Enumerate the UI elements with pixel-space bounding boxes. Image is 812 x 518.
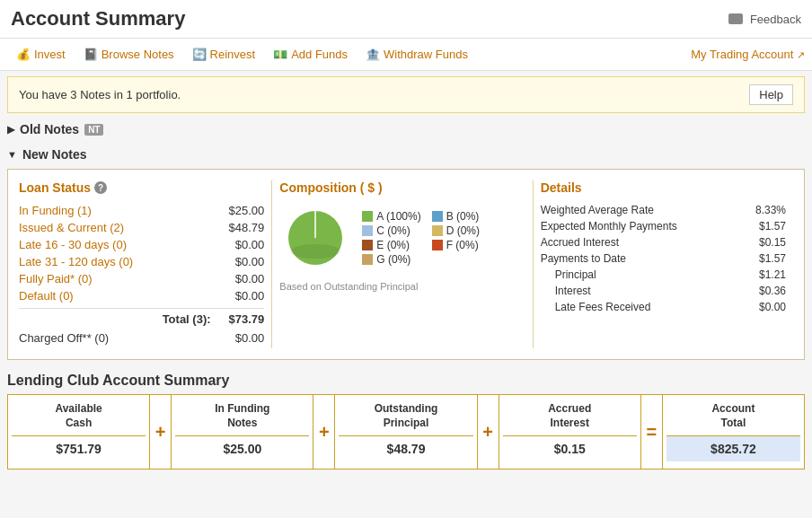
detail-value: $0.00 xyxy=(759,301,786,313)
old-notes-section: ▶ Old Notes NT xyxy=(7,119,805,140)
summary-label: AvailableCash xyxy=(12,402,146,430)
nav-reinvest[interactable]: 🔄 Reinvest xyxy=(183,44,265,65)
help-button[interactable]: Help xyxy=(749,84,793,105)
legend-label: A (100%) xyxy=(376,210,420,223)
book-icon: 📓 xyxy=(84,48,98,61)
legend-color xyxy=(362,254,373,265)
old-notes-toggle[interactable]: ▶ Old Notes NT xyxy=(7,119,805,140)
nav-add-funds[interactable]: 💵 Add Funds xyxy=(264,44,357,65)
detail-row: Payments to Date$1.57 xyxy=(541,250,786,267)
add-funds-icon: 💵 xyxy=(273,48,287,61)
legend-color xyxy=(362,240,373,250)
nav-invest[interactable]: 💰 Invest xyxy=(7,44,75,65)
summary-label: AccountTotal xyxy=(666,402,800,430)
feedback-icon xyxy=(728,13,743,24)
info-icon[interactable]: ? xyxy=(94,181,107,194)
loan-total: Total (3): $73.79 xyxy=(19,308,264,328)
detail-row: Interest$0.36 xyxy=(541,283,786,299)
based-on-text: Based on Outstanding Principal xyxy=(279,281,525,292)
main-card: Loan Status ? In Funding (1)$25.00Issued… xyxy=(7,169,805,360)
nav-withdraw-funds[interactable]: 🏦 Withdraw Funds xyxy=(357,44,477,65)
summary-operator-1: + xyxy=(313,395,335,469)
legend-item: A (100%) xyxy=(362,210,420,223)
detail-label: Weighted Average Rate xyxy=(541,204,654,216)
legend-item: D (0%) xyxy=(432,224,490,237)
legend-color xyxy=(432,211,443,222)
pie-chart xyxy=(279,202,351,274)
legend-item: F (0%) xyxy=(432,239,490,251)
composition-title: Composition ( $ ) xyxy=(279,180,525,195)
external-link-icon: ↗ xyxy=(797,49,805,60)
summary-cell-2: OutstandingPrincipal$48.79 xyxy=(335,395,477,469)
detail-label: Principal xyxy=(555,268,596,281)
page-title: Account Summary xyxy=(11,7,185,31)
detail-row: Weighted Average Rate8.33% xyxy=(541,202,786,218)
feedback-button[interactable]: Feedback xyxy=(728,13,801,26)
loan-status-col: Loan Status ? In Funding (1)$25.00Issued… xyxy=(19,180,272,348)
detail-value: $1.57 xyxy=(759,220,786,233)
loan-amount: $0.00 xyxy=(235,289,265,303)
banner-text: You have 3 Notes in 1 portfolio. xyxy=(19,88,181,101)
nav-browse-notes[interactable]: 📓 Browse Notes xyxy=(75,44,183,65)
summary-value: $751.79 xyxy=(12,435,146,461)
legend-label: D (0%) xyxy=(446,224,480,237)
loan-label[interactable]: Late 16 - 30 days (0) xyxy=(19,238,127,251)
detail-value: $0.15 xyxy=(759,236,786,249)
detail-row: Late Fees Received$0.00 xyxy=(541,299,786,315)
legend-color xyxy=(432,240,443,250)
composition-col: Composition ( $ ) A (100%)B (0%)C (0%)D … xyxy=(272,180,533,348)
detail-value: $1.57 xyxy=(759,252,786,265)
loan-amount: $0.00 xyxy=(235,238,265,251)
summary-value: $825.72 xyxy=(666,435,800,461)
summary-operator-2: + xyxy=(478,395,499,469)
summary-label: AccruedInterest xyxy=(503,402,637,430)
chevron-down-icon: ▼ xyxy=(7,149,17,160)
loan-label[interactable]: In Funding (1) xyxy=(19,204,92,217)
summary-label: In FundingNotes xyxy=(175,402,309,430)
loan-amount: $0.00 xyxy=(235,272,265,285)
legend-label: C (0%) xyxy=(376,224,410,237)
detail-row: Principal$1.21 xyxy=(541,267,786,283)
loan-amount: $25.00 xyxy=(229,204,265,217)
loan-row: Default (0)$0.00 xyxy=(19,287,264,304)
loan-label[interactable]: Default (0) xyxy=(19,289,74,303)
summary-cell-1: In FundingNotes$25.00 xyxy=(172,395,313,469)
detail-value: $1.21 xyxy=(759,268,786,281)
detail-value: 8.33% xyxy=(755,204,786,216)
summary-operator-0: + xyxy=(150,395,172,469)
legend-item: C (0%) xyxy=(362,224,420,237)
card-grid: Loan Status ? In Funding (1)$25.00Issued… xyxy=(19,180,793,348)
summary-value: $48.79 xyxy=(339,435,472,461)
details-col: Details Weighted Average Rate8.33%Expect… xyxy=(534,180,793,348)
loan-label[interactable]: Fully Paid* (0) xyxy=(19,272,93,285)
legend-label: B (0%) xyxy=(446,210,480,223)
loan-label[interactable]: Issued & Current (2) xyxy=(19,221,124,234)
summary-value: $25.00 xyxy=(175,435,309,461)
new-notes-toggle[interactable]: ▼ New Notes xyxy=(7,144,805,165)
banner: You have 3 Notes in 1 portfolio. Help xyxy=(7,76,805,113)
detail-row: Accrued Interest$0.15 xyxy=(541,234,786,250)
loan-amount: $0.00 xyxy=(235,255,265,268)
legend-color xyxy=(432,225,443,236)
pie-area: A (100%)B (0%)C (0%)D (0%)E (0%)F (0%)G … xyxy=(279,202,525,274)
summary-value: $0.15 xyxy=(503,435,637,461)
loan-label[interactable]: Late 31 - 120 days (0) xyxy=(19,255,133,268)
details-title: Details xyxy=(541,180,786,195)
account-summary-title: Lending Club Account Summary xyxy=(7,367,805,394)
loan-row: Late 31 - 120 days (0)$0.00 xyxy=(19,253,264,270)
summary-cell-3: AccruedInterest$0.15 xyxy=(499,395,641,469)
detail-value: $0.36 xyxy=(759,285,786,297)
summary-operator-3: = xyxy=(641,395,663,469)
nt-badge: NT xyxy=(84,124,103,136)
loan-status-title: Loan Status ? xyxy=(19,180,264,195)
legend-item: B (0%) xyxy=(432,210,490,223)
detail-label: Accrued Interest xyxy=(541,236,619,249)
svg-point-2 xyxy=(290,244,340,259)
loan-row: Issued & Current (2)$48.79 xyxy=(19,219,264,236)
nav-bar: 💰 Invest 📓 Browse Notes 🔄 Reinvest 💵 Add… xyxy=(0,39,812,71)
detail-label: Expected Monthly Payments xyxy=(541,220,677,233)
my-trading-account-link[interactable]: My Trading Account ↗ xyxy=(691,48,805,61)
header: Account Summary Feedback xyxy=(0,0,812,39)
loan-row: Late 16 - 30 days (0)$0.00 xyxy=(19,236,264,253)
detail-label: Interest xyxy=(555,285,591,297)
